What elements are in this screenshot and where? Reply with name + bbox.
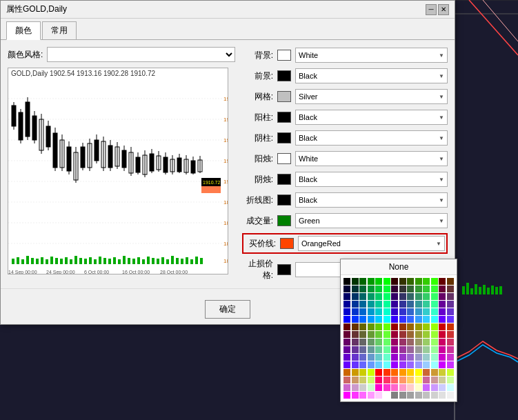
color-cell[interactable] [399,331,406,338]
color-cell[interactable] [383,293,390,300]
color-cell[interactable] [399,392,406,399]
color-cell[interactable] [431,377,438,383]
color-cell[interactable] [359,377,366,383]
color-cell[interactable] [415,301,422,308]
color-cell[interactable] [352,293,359,300]
buy-price-swatch[interactable] [280,238,294,249]
background-swatch[interactable] [277,50,291,61]
color-cell[interactable] [423,354,430,361]
color-cell[interactable] [343,308,350,315]
color-cell[interactable] [383,308,390,315]
color-cell[interactable] [423,301,430,308]
color-cell[interactable] [391,301,398,308]
color-cell[interactable] [359,301,366,308]
line-chart-select[interactable]: Black ▼ [295,192,448,208]
color-cell[interactable] [375,354,382,361]
color-cell[interactable] [368,392,375,399]
color-cell[interactable] [399,339,406,346]
color-cell[interactable] [447,286,454,292]
none-option[interactable]: None [341,259,457,275]
color-cell[interactable] [399,346,406,353]
color-cell[interactable] [447,293,454,300]
color-cell[interactable] [415,346,422,353]
color-cell[interactable] [407,377,414,383]
foreground-swatch[interactable] [277,70,291,81]
color-cell[interactable] [439,384,446,391]
color-cell[interactable] [439,308,446,315]
color-cell[interactable] [383,384,390,391]
color-cell[interactable] [383,286,390,292]
color-cell[interactable] [375,377,382,383]
color-cell[interactable] [431,278,438,285]
color-cell[interactable] [399,301,406,308]
color-cell[interactable] [399,354,406,361]
color-cell[interactable] [359,316,366,323]
bull-bar-select[interactable]: Black ▼ [295,110,448,125]
color-cell[interactable] [447,323,454,330]
color-cell[interactable] [359,346,366,353]
color-cell[interactable] [447,369,454,376]
color-cell[interactable] [431,323,438,330]
color-cell[interactable] [439,293,446,300]
confirm-button[interactable]: 确定 [205,300,250,319]
color-cell[interactable] [352,369,359,376]
color-cell[interactable] [391,278,398,285]
volume-swatch[interactable] [277,215,291,226]
color-cell[interactable] [431,361,438,368]
color-cell[interactable] [375,278,382,285]
color-cell[interactable] [375,293,382,300]
color-cell[interactable] [423,339,430,346]
color-cell[interactable] [415,278,422,285]
color-cell[interactable] [375,316,382,323]
color-cell[interactable] [383,323,390,330]
color-cell[interactable] [375,339,382,346]
color-cell[interactable] [352,361,359,368]
color-cell[interactable] [407,331,414,338]
grid-swatch[interactable] [277,91,291,102]
color-cell[interactable] [359,384,366,391]
color-cell[interactable] [407,286,414,292]
color-cell[interactable] [423,308,430,315]
color-cell[interactable] [375,301,382,308]
color-cell[interactable] [391,286,398,292]
color-cell[interactable] [352,308,359,315]
color-cell[interactable] [423,323,430,330]
color-cell[interactable] [391,361,398,368]
color-cell[interactable] [423,384,430,391]
color-cell[interactable] [399,286,406,292]
color-cell[interactable] [447,339,454,346]
color-cell[interactable] [439,361,446,368]
color-cell[interactable] [352,346,359,353]
color-cell[interactable] [343,339,350,346]
color-cell[interactable] [383,369,390,376]
color-cell[interactable] [383,392,390,399]
line-chart-swatch[interactable] [277,194,291,206]
color-cell[interactable] [423,316,430,323]
color-cell[interactable] [447,361,454,368]
color-cell[interactable] [368,339,375,346]
color-cell[interactable] [359,392,366,399]
color-cell[interactable] [439,286,446,292]
color-cell[interactable] [343,286,350,292]
color-cell[interactable] [415,286,422,292]
color-cell[interactable] [447,308,454,315]
color-cell[interactable] [343,384,350,391]
color-cell[interactable] [439,331,446,338]
color-cell[interactable] [368,323,375,330]
color-cell[interactable] [352,278,359,285]
color-cell[interactable] [343,377,350,383]
color-cell[interactable] [399,384,406,391]
color-cell[interactable] [383,346,390,353]
volume-select[interactable]: Green ▼ [295,213,448,228]
color-cell[interactable] [375,384,382,391]
color-cell[interactable] [352,286,359,292]
bull-candle-swatch[interactable] [277,153,291,164]
color-cell[interactable] [383,331,390,338]
color-cell[interactable] [415,331,422,338]
color-cell[interactable] [439,301,446,308]
color-cell[interactable] [343,392,350,399]
color-cell[interactable] [391,354,398,361]
color-cell[interactable] [343,331,350,338]
color-cell[interactable] [407,301,414,308]
color-cell[interactable] [431,392,438,399]
